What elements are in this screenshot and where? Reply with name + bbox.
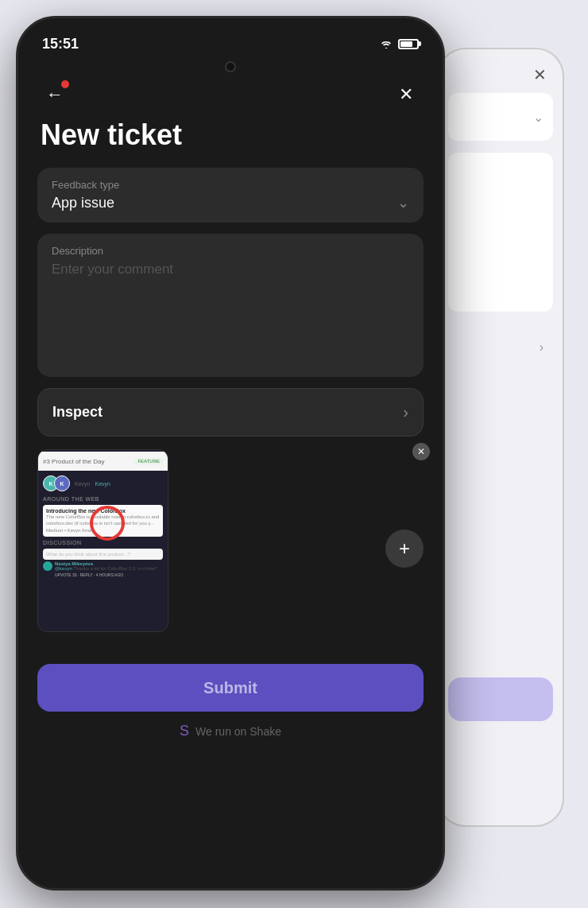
inspect-label: Inspect <box>52 404 103 421</box>
scene: ✕ ⌄ › 15:51 <box>0 0 588 908</box>
submit-label: Submit <box>203 679 257 697</box>
ss-comment-handle: @kevyn Thanks a lot for ColorBox 2.0, is… <box>55 566 157 572</box>
ss-badge: FEATURE <box>134 458 163 464</box>
bg-field1: ⌄ <box>448 93 553 141</box>
footer-brand-text: We run on Shake <box>195 725 281 738</box>
back-arrow-icon: ← <box>46 84 64 105</box>
wifi-icon <box>379 38 393 49</box>
ss-avatars: K K Kevyn Kevyn <box>38 472 168 495</box>
battery-icon <box>398 39 419 49</box>
bg-field3: › <box>448 324 553 371</box>
ss-comment-content: Nastya Mikeyeva @kevyn Thanks a lot for … <box>55 561 157 577</box>
screenshot-remove-button[interactable]: ✕ <box>412 443 430 460</box>
notification-dot <box>61 80 69 88</box>
add-screenshot-button[interactable]: + <box>385 530 424 568</box>
feedback-type-value: App issue <box>52 195 114 211</box>
ss-avatar-label2: Kevyn <box>95 481 110 487</box>
description-label: Description <box>52 245 409 257</box>
ss-commenter-avatar <box>43 561 52 571</box>
bg-close-icon[interactable]: ✕ <box>533 65 547 84</box>
screenshot-preview: #3 Product of the Day FEATURE K K Kevyn … <box>37 449 168 632</box>
shake-logo-icon: S <box>180 723 189 739</box>
bg-submit <box>448 677 553 721</box>
chevron-down-icon: ⌄ <box>397 194 409 211</box>
footer: S We run on Shake <box>18 723 443 755</box>
camera-dot <box>225 61 236 72</box>
ss-comment: Nastya Mikeyeva @kevyn Thanks a lot for … <box>43 561 163 577</box>
ss-comment-body: Thanks a lot for ColorBox 2.0, is it fre… <box>73 566 157 571</box>
feedback-type-dropdown[interactable]: Feedback type App issue ⌄ <box>37 168 424 223</box>
description-placeholder: Enter your comment <box>52 262 409 277</box>
ss-comment-meta: UPVOTE 33 · REPLY · 4 HOURS AGO <box>55 572 157 577</box>
chevron-right-icon: › <box>403 403 408 421</box>
close-icon: ✕ <box>399 84 413 105</box>
ss-handle: @kevyn <box>55 566 72 571</box>
close-button[interactable]: ✕ <box>392 80 420 109</box>
ss-avatar-label: Kevyn <box>75 481 90 487</box>
page-title: New ticket <box>18 109 443 168</box>
ss-app-title: #3 Product of the Day <box>43 458 104 465</box>
inspect-row[interactable]: Inspect › <box>37 388 424 437</box>
bg-field2 <box>448 153 553 312</box>
back-button[interactable]: ← <box>41 80 69 109</box>
feedback-type-label: Feedback type <box>52 179 409 191</box>
screenshot-area: #3 Product of the Day FEATURE K K Kevyn … <box>37 449 424 648</box>
header: ← ✕ <box>18 72 443 109</box>
status-time: 15:51 <box>42 36 79 52</box>
status-icons <box>379 38 419 49</box>
screenshot-remove-icon: ✕ <box>417 446 425 457</box>
status-bar: 15:51 <box>18 18 443 58</box>
red-circle-highlight <box>90 506 125 541</box>
ss-around-web: AROUND THE WEB <box>38 495 168 503</box>
background-phone: ✕ ⌄ › <box>437 48 564 827</box>
ss-avatar-2: K <box>54 475 70 491</box>
ss-discussion-input: What do you think about this product...? <box>43 549 163 560</box>
add-screenshot-icon: + <box>399 537 410 560</box>
main-phone: 15:51 ← ✕ <box>16 16 445 891</box>
feedback-type-row: App issue ⌄ <box>52 194 409 211</box>
submit-button[interactable]: Submit <box>37 664 424 712</box>
ss-input-placeholder: What do you think about this product...? <box>46 552 130 557</box>
description-field[interactable]: Description Enter your comment <box>37 234 424 377</box>
ss-title-bar: #3 Product of the Day FEATURE <box>38 452 168 471</box>
